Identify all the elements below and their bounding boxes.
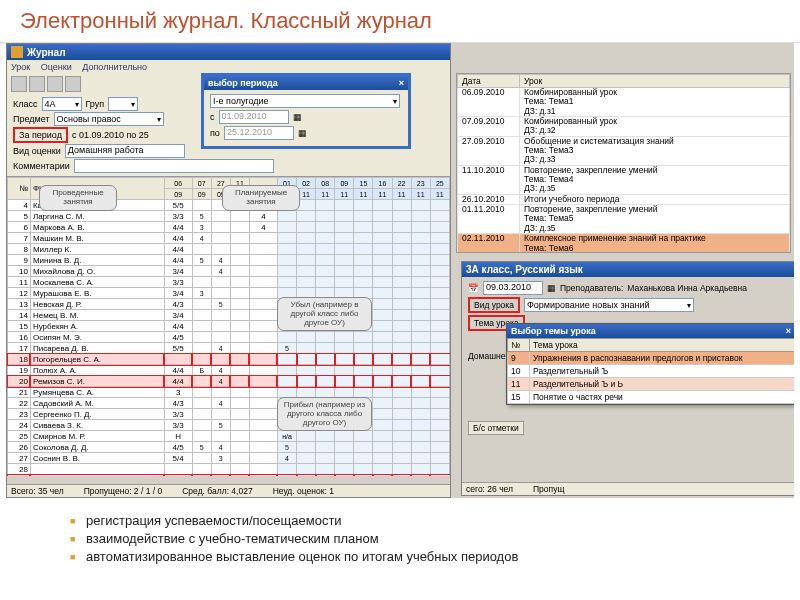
table-row[interactable]: 21Румянцева С. А.3 — [8, 387, 450, 398]
calendar-icon[interactable]: ▦ — [298, 128, 307, 138]
topic-row[interactable]: 11Разделительный Ъ и Ь — [508, 378, 795, 391]
app-area: Журнал Урок Оценки Дополнительно Класс 4… — [6, 43, 794, 498]
period-to[interactable]: 25.12.2010 — [224, 126, 294, 140]
grade-type-label: Вид оценки — [13, 146, 61, 156]
comment-label: Комментарии — [13, 161, 70, 171]
table-row[interactable]: 17Писарева Д. В.5/545 — [8, 343, 450, 354]
tb-btn-1[interactable] — [11, 76, 27, 92]
topic-popup: Выбор темы урока× №Тема урока9Упражнения… — [506, 323, 794, 405]
lesson-row[interactable]: 01.11.2010Повторение, закрепление умений… — [458, 205, 790, 234]
table-row[interactable]: 23Сергеенко П. Д.3/3 — [8, 409, 450, 420]
class-combo[interactable]: 4А — [42, 97, 82, 111]
lesson-row[interactable]: 26.10.2010Итоги учебного периода — [458, 194, 790, 204]
table-row[interactable]: 8Миллер К.4/4 — [8, 244, 450, 255]
lesson-row[interactable]: 02.11.2010Комплексное применение знаний … — [458, 234, 790, 253]
bullet-item: регистрация успеваемости/посещаемости — [70, 513, 730, 528]
table-row[interactable]: 15Нурбекян А.4/4 — [8, 321, 450, 332]
lesson-row[interactable]: 11.10.2010Повторение, закрепление умений… — [458, 165, 790, 194]
journal-title: Журнал — [27, 47, 66, 58]
status-unsat: Неуд. оценок: 1 — [273, 486, 334, 496]
topic-row[interactable]: 10Разделительный Ъ — [508, 365, 795, 378]
lessons-panel[interactable]: ДатаУрок06.09.2010Комбинированный урок Т… — [456, 73, 791, 253]
lesson-statusbar: сего: 26 чел Пропущ — [462, 482, 794, 495]
table-row[interactable]: 12Мурашова Е. В.3/43 — [8, 288, 450, 299]
table-row[interactable]: 26Соколова Д. Д.4/5545 — [8, 442, 450, 453]
table-row[interactable]: 25Смирнов М. Р.Нн/а — [8, 431, 450, 442]
tab-marks[interactable]: Б/с отметки — [468, 421, 524, 435]
class-label: Класс — [13, 99, 38, 109]
lesson-type-combo[interactable]: Формирование новых знаний — [524, 298, 694, 312]
tb-btn-2[interactable] — [29, 76, 45, 92]
table-row[interactable]: 9Минина В. Д.4/454 — [8, 255, 450, 266]
status-avg: Сред. балл: 4,027 — [182, 486, 252, 496]
journal-titlebar[interactable]: Журнал — [7, 44, 450, 60]
table-row[interactable]: 14Немец В. М.3/4 — [8, 310, 450, 321]
lesson-titlebar[interactable]: 3А класс, Русский язык — [462, 262, 794, 277]
period-combo[interactable]: I-е полугодие — [210, 94, 400, 108]
close-icon[interactable]: × — [786, 326, 791, 336]
slide-title: Электронный журнал. Классный журнал — [0, 0, 800, 43]
menu-marks[interactable]: Оценки — [41, 62, 72, 72]
table-row[interactable]: 20Ремизов С. И.4/44 — [8, 376, 450, 387]
table-row[interactable]: 27Соснин В. В.5/434 — [8, 453, 450, 464]
period-from[interactable]: 01.09.2010 — [219, 110, 289, 124]
table-row[interactable]: 11Москалева С. А.3/3 — [8, 277, 450, 288]
group-label: Груп — [86, 99, 105, 109]
period-titlebar[interactable]: выбор периода × — [204, 76, 408, 90]
table-row[interactable]: 6Маркова А. В.4/434 — [8, 222, 450, 233]
callout-left: Убыл (например в другой класс либо друго… — [277, 297, 372, 331]
bullet-item: автоматизированное выставление оценок по… — [70, 549, 730, 564]
table-row[interactable]: 18Погорельцев С. А. — [8, 354, 450, 365]
table-row[interactable]: 7Машкин М. В.4/44 — [8, 233, 450, 244]
grade-type-input[interactable]: Домашняя работа — [65, 144, 185, 158]
table-row[interactable]: 10Михайлова Д. О.3/44 — [8, 266, 450, 277]
grade-grid[interactable]: №ФИО06072711I ч.010208091516222325090909… — [7, 176, 450, 476]
table-row[interactable]: 24Сиваева З. К.3/35 — [8, 420, 450, 431]
journal-icon — [11, 46, 23, 58]
table-row[interactable]: 19Полюх А. А.4/4Б4 — [8, 365, 450, 376]
lesson-row[interactable]: 27.09.2010Обобщение и систематизация зна… — [458, 136, 790, 165]
table-row[interactable]: 13Невская Д. Р.4/35 — [8, 299, 450, 310]
bullet-item: взаимодействие с учебно-тематическим пла… — [70, 531, 730, 546]
comment-input[interactable] — [74, 159, 274, 173]
tb-btn-3[interactable] — [47, 76, 63, 92]
topic-row[interactable]: 15Понятие о частях речи — [508, 391, 795, 404]
calendar-icon[interactable]: ▦ — [547, 283, 556, 293]
lesson-row[interactable]: 06.09.2010Комбинированный урок Тема: Тем… — [458, 88, 790, 117]
group-combo[interactable] — [108, 97, 138, 111]
subject-label: Предмет — [13, 114, 50, 124]
lesson-type-label[interactable]: Вид урока — [468, 297, 520, 313]
bullet-list: регистрация успеваемости/посещаемости вз… — [0, 498, 800, 579]
callout-done: Проведенные занятия — [39, 185, 117, 211]
menubar[interactable]: Урок Оценки Дополнительно — [7, 60, 450, 74]
lesson-row[interactable]: 07.09.2010Комбинированный урок ДЗ: д.з2 — [458, 117, 790, 137]
table-row[interactable]: 28 — [8, 464, 450, 475]
tb-btn-4[interactable] — [65, 76, 81, 92]
teacher-name: Маханькова Инна Аркадьевна — [627, 283, 747, 293]
status-missed: Пропущено: 2 / 1 / 0 — [84, 486, 163, 496]
table-row[interactable]: 22Садовский А. М.4/343 — [8, 398, 450, 409]
topic-row[interactable]: 9Упражнения в распознавании предлогов и … — [508, 352, 795, 365]
calendar-icon[interactable]: ▦ — [293, 112, 302, 122]
callout-arrived: Прибыл (например из другого класса либо … — [277, 397, 372, 431]
journal-statusbar: Всего: 35 чел Пропущено: 2 / 1 / 0 Сред.… — [7, 484, 450, 497]
menu-lesson[interactable]: Урок — [11, 62, 30, 72]
menu-extra[interactable]: Дополнительно — [82, 62, 147, 72]
period-button[interactable]: За период — [13, 127, 68, 143]
callout-plan: Планируемые занятия — [222, 185, 300, 211]
period-range: с 01.09.2010 по 25 — [72, 130, 149, 140]
lesson-date[interactable]: 09.03.2010 — [483, 281, 543, 295]
table-row[interactable]: 5Ларгина С. М.3/354 — [8, 211, 450, 222]
period-popup: выбор периода × I-е полугодие с01.09.201… — [201, 73, 411, 149]
status-total: Всего: 35 чел — [11, 486, 64, 496]
table-row[interactable]: 29Старцев В. А.3 — [8, 475, 450, 477]
subject-combo[interactable]: Основы правос — [54, 112, 164, 126]
close-icon[interactable]: × — [399, 78, 404, 88]
table-row[interactable]: 16Осипян М. Э.4/5 — [8, 332, 450, 343]
